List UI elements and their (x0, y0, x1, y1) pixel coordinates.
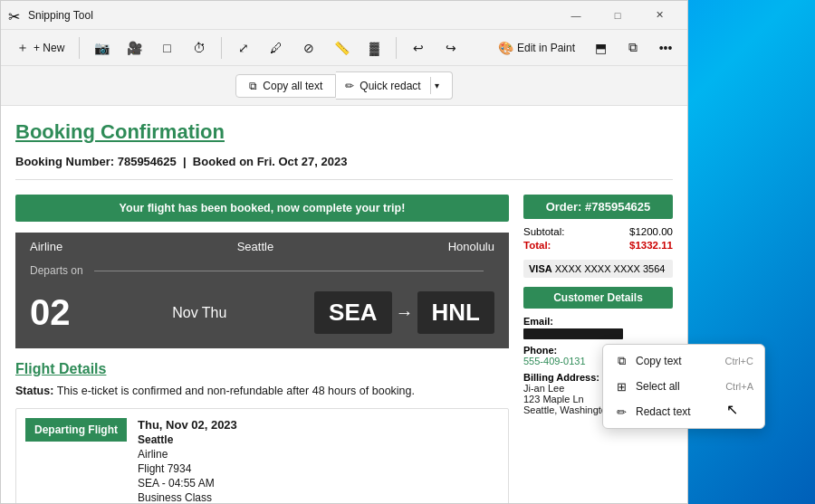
copy-all-text-button[interactable]: ⧉ Copy all text (235, 74, 336, 98)
order-title: Order: #785954625 (523, 195, 673, 219)
email-redacted (523, 328, 623, 339)
visa-number: XXXX XXXX XXXX 3564 (555, 263, 666, 274)
redact-icon: ▓ (367, 41, 381, 55)
total-row: Total: $1332.11 (523, 240, 673, 251)
billing-label: Billing Address: (523, 372, 599, 383)
ctx-copy-shortcut: Ctrl+C (725, 356, 753, 366)
status-label: Status: (15, 385, 53, 397)
flight-date: Thu, Nov 02, 2023 (138, 418, 237, 432)
minimize-button[interactable]: — (555, 1, 597, 30)
redo-button[interactable]: ↪ (436, 37, 465, 59)
toolbar-separator-1 (79, 37, 80, 59)
window-title: Snipping Tool (28, 9, 555, 22)
visa-label: VISA (529, 263, 552, 274)
undo-icon: ↩ (411, 41, 426, 55)
ctx-copy-text[interactable]: ⧉ Copy text Ctrl+C (603, 348, 764, 374)
subtotal-row: Subtotal: $1200.00 (523, 226, 673, 237)
shape-icon: □ (159, 41, 174, 55)
new-icon: ＋ (15, 41, 30, 55)
more-icon: ••• (658, 41, 673, 55)
cursor-indicator: ↖ (726, 401, 737, 417)
departing-flight-card: Departing Flight Thu, Nov 02, 2023 Seatt… (15, 408, 509, 503)
booking-number-row: Booking Number: 785954625 | Booked on Fr… (15, 155, 673, 180)
action-bar: ⧉ Copy all text ✏ Quick redact ▾ (1, 66, 687, 106)
redact-text-icon: ✏ (614, 404, 628, 419)
origin-code: SEA (314, 291, 391, 334)
departing-flight-label: Departing Flight (25, 418, 127, 442)
departure-day: Nov Thu (85, 305, 315, 321)
share-icon: ⬒ (593, 41, 608, 55)
route-arrow-icon: → (396, 302, 414, 323)
departs-on-label: Departs on (30, 264, 83, 277)
snipping-tool-window: ✂ Snipping Tool — □ ✕ ＋ + New 📷 🎥 □ ⏱ ⤢ (0, 0, 688, 504)
shape-button[interactable]: □ (152, 37, 181, 59)
booking-confirmation-title: Booking Confirmation (15, 120, 673, 144)
timer-button[interactable]: ⏱ (185, 37, 214, 59)
redact-action-icon: ✏ (345, 80, 354, 92)
subtotal-label: Subtotal: (523, 226, 564, 237)
new-label: + New (34, 42, 64, 54)
email-label: Email: (523, 316, 553, 327)
redo-icon: ↪ (444, 41, 458, 55)
flight-airline: Airline (138, 448, 237, 461)
edit-in-paint-button[interactable]: 🎨 Edit in Paint (492, 37, 582, 59)
airline-label: Airline (30, 240, 62, 253)
route-display: SEA → HNL (314, 291, 494, 334)
honolulu-label: Honolulu (448, 240, 494, 253)
toolbar-separator-2 (221, 37, 222, 59)
erase-button[interactable]: ⊘ (294, 37, 323, 59)
ctx-redact-label: Redact text (636, 405, 691, 418)
video-button[interactable]: 🎥 (120, 37, 149, 59)
close-button[interactable]: ✕ (638, 1, 680, 30)
redact-button[interactable]: ▓ (360, 37, 388, 59)
ruler-button[interactable]: 📏 (327, 37, 356, 59)
seattle-label: Seattle (237, 240, 273, 253)
email-field: Email: (523, 316, 673, 339)
timer-icon: ⏱ (192, 41, 206, 55)
booking-number-label: Booking Number: (15, 155, 114, 168)
ctx-copy-text-label: Copy text (636, 355, 682, 367)
flight-city: Seattle (138, 433, 237, 446)
departs-line (94, 271, 484, 271)
ctx-select-all-label: Select all (636, 380, 680, 393)
ctx-select-shortcut: Ctrl+A (725, 381, 753, 392)
highlight-button[interactable]: 🖊 (262, 37, 291, 59)
more-button[interactable]: ••• (651, 37, 680, 59)
erase-icon: ⊘ (302, 41, 316, 55)
flight-card-details: Thu, Nov 02, 2023 Seattle Airline Flight… (138, 418, 237, 503)
order-details: Subtotal: $1200.00 Total: $1332.11 (523, 226, 673, 251)
flight-route-header: Airline Seattle Honolulu (15, 233, 509, 261)
crop-button[interactable]: ⤢ (229, 37, 258, 59)
status-description: This e-ticket is confirmed and non-refun… (57, 385, 415, 397)
video-icon: 🎥 (127, 41, 141, 55)
undo-button[interactable]: ↩ (404, 37, 433, 59)
toolbar: ＋ + New 📷 🎥 □ ⏱ ⤢ 🖊 ⊘ 📏 ▓ (1, 30, 687, 66)
status-text: Status: This e-ticket is confirmed and n… (15, 385, 509, 397)
ctx-redact-text[interactable]: ✏ Redact text (603, 399, 764, 424)
copy-icon: ⧉ (626, 41, 640, 55)
content-area: Booking Confirmation Booking Number: 785… (1, 106, 687, 503)
chevron-icon[interactable]: ▾ (430, 77, 443, 94)
camera-icon: 📷 (94, 41, 109, 55)
window-controls: — □ ✕ (555, 1, 680, 30)
context-menu: ⧉ Copy text Ctrl+C ⊞ Select all Ctrl+A ✏… (602, 344, 765, 429)
left-panel: Your flight has been booked, now complet… (15, 195, 509, 503)
copy-button[interactable]: ⧉ (618, 37, 647, 59)
subtotal-value: $1200.00 (629, 226, 673, 237)
copy-text-icon: ⧉ (614, 354, 628, 368)
flight-number: Flight 7934 (138, 462, 237, 475)
new-button[interactable]: ＋ + New (8, 37, 72, 59)
paint-icon: 🎨 (499, 41, 513, 55)
maximize-button[interactable]: □ (597, 1, 638, 30)
screenshot-button[interactable]: 📷 (87, 37, 116, 59)
total-label: Total: (523, 240, 551, 251)
flight-banner: Your flight has been booked, now complet… (15, 195, 509, 222)
ctx-select-all[interactable]: ⊞ Select all Ctrl+A (603, 374, 764, 399)
quick-redact-button[interactable]: ✏ Quick redact ▾ (336, 71, 452, 100)
select-all-icon: ⊞ (614, 379, 628, 394)
copy-all-text-label: Copy all text (263, 80, 322, 92)
ruler-icon: 📏 (334, 41, 349, 55)
edit-paint-label: Edit in Paint (517, 42, 575, 54)
total-value: $1332.11 (629, 240, 673, 251)
share-button[interactable]: ⬒ (586, 37, 615, 59)
